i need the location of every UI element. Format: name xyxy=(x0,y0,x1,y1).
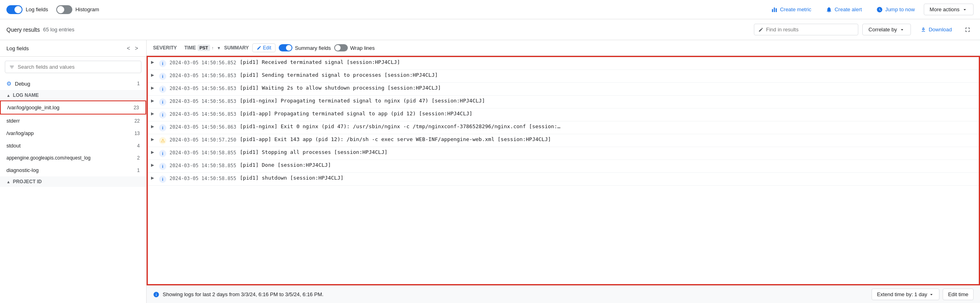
log-row[interactable]: ▶ i 2024-03-05 14:50:56.852 [pid1] Recei… xyxy=(148,57,979,70)
jump-to-now-button[interactable]: Jump to now xyxy=(871,4,921,15)
field-count-stdout: 4 xyxy=(137,143,140,149)
expand-icon[interactable]: ▶ xyxy=(151,59,159,64)
log-summary: [pid1-nginx] Propagating terminated sign… xyxy=(240,98,976,104)
expand-icon[interactable]: ▶ xyxy=(151,98,159,103)
extend-time-button[interactable]: Extend time by: 1 day xyxy=(872,289,939,300)
log-row[interactable]: ▶ i 2024-03-05 14:50:56.853 [pid1-nginx]… xyxy=(148,96,979,109)
expand-icon[interactable]: ▶ xyxy=(151,72,159,77)
time-dropdown-icon[interactable]: ▼ xyxy=(217,46,221,50)
jump-to-now-label: Jump to now xyxy=(885,6,915,12)
log-time: 2024-03-05 14:50:56.853 xyxy=(169,98,240,104)
summary-col-header: SUMMARY Edit Summary fields Wrap lines xyxy=(224,43,974,52)
log-time: 2024-03-05 14:50:56.852 xyxy=(169,59,240,66)
log-row[interactable]: ▶ i 2024-03-05 14:50:56.853 [pid1-app] P… xyxy=(148,109,979,121)
nav-left-button[interactable]: < xyxy=(125,44,132,52)
field-item-appengine[interactable]: appengine.googleapis.com/request_log 2 xyxy=(0,152,146,164)
filter-icon xyxy=(9,64,14,70)
fullscreen-icon xyxy=(964,26,971,33)
log-row[interactable]: ▶ i 2024-03-05 14:50:56.853 [pid1] Waiti… xyxy=(148,83,979,96)
log-time: 2024-03-05 14:50:56.863 xyxy=(169,123,240,130)
expand-icon[interactable]: ▶ xyxy=(151,149,159,154)
download-button[interactable]: Download xyxy=(915,24,958,35)
log-time: 2024-03-05 14:50:57.250 xyxy=(169,136,240,143)
create-metric-button[interactable]: Create metric xyxy=(766,4,817,15)
log-row[interactable]: ▶ i 2024-03-05 14:50:56.863 [pid1-nginx]… xyxy=(148,121,979,134)
edit-time-label: Edit time xyxy=(948,291,968,297)
timezone-badge: PST xyxy=(198,45,210,51)
log-row[interactable]: ▶ ⚠ 2024-03-05 14:50:57.250 [pid1-app] E… xyxy=(148,134,979,147)
wrap-lines-toggle[interactable] xyxy=(334,44,348,51)
log-row[interactable]: ▶ i 2024-03-05 14:50:56.853 [pid1] Sendi… xyxy=(148,70,979,83)
log-time: 2024-03-05 14:50:58.855 xyxy=(169,162,240,168)
find-results-input[interactable] xyxy=(766,27,854,33)
field-name-google-init: /var/log/google_init.log xyxy=(7,104,59,111)
severity-info-icon: i xyxy=(159,111,169,119)
log-row[interactable]: ▶ i 2024-03-05 14:50:58.855 [pid1] Done … xyxy=(148,160,979,173)
query-results-title: Query results xyxy=(6,27,40,33)
field-item-diagnostic[interactable]: diagnostic-log 1 xyxy=(0,164,146,176)
log-summary: [pid1] Waiting 2s to allow shutdown proc… xyxy=(240,85,976,91)
log-row[interactable]: ▶ i 2024-03-05 14:50:58.855 [pid1] Stopp… xyxy=(148,147,979,160)
nav-right-button[interactable]: > xyxy=(133,44,140,52)
toggle-knob-histogram xyxy=(57,6,64,13)
bottom-bar: Showing logs for last 2 days from 3/3/24… xyxy=(147,285,980,303)
log-summary: [pid1] Received terminated signal [sessi… xyxy=(240,59,976,65)
severity-info-icon: i xyxy=(159,162,169,170)
section-title-project-id: PROJECT ID xyxy=(13,179,42,184)
top-bar-left: Log fields Histogram xyxy=(6,5,99,14)
nav-arrows: < > xyxy=(125,44,140,52)
expand-icon[interactable]: ▶ xyxy=(151,111,159,116)
log-summary: [pid1] Stopping all processes [session:H… xyxy=(240,149,976,155)
more-actions-button[interactable]: More actions xyxy=(924,4,974,15)
field-item-google-init[interactable]: /var/log/google_init.log 23 xyxy=(0,100,146,115)
expand-icon[interactable]: ▶ xyxy=(151,175,159,180)
edit-time-button[interactable]: Edit time xyxy=(943,289,974,300)
log-row[interactable]: ▶ i 2024-03-05 14:50:58.855 [pid1] shutd… xyxy=(148,173,979,186)
left-panel-header: Log fields < > xyxy=(0,40,146,57)
log-summary: [pid1-app] Propagating terminated signal… xyxy=(240,111,976,117)
fullscreen-button[interactable] xyxy=(962,24,974,36)
bell-icon xyxy=(826,6,832,13)
field-count-appengine: 2 xyxy=(137,155,140,161)
section-header-project-id[interactable]: ▲ PROJECT ID xyxy=(0,176,146,187)
correlate-by-button[interactable]: Correlate by xyxy=(862,24,911,35)
expand-icon[interactable]: ▶ xyxy=(151,136,159,141)
expand-icon[interactable]: ▶ xyxy=(151,123,159,129)
summary-fields-toggle-switch[interactable] xyxy=(279,44,292,51)
clock-icon xyxy=(876,6,883,13)
info-circle-icon xyxy=(153,291,159,298)
time-col-header: TIME PST ↑ ▼ xyxy=(184,45,221,51)
left-panel: Log fields < > ⚙ Debug 1 ▲ LOG NAME xyxy=(0,40,147,303)
expand-icon[interactable]: ▶ xyxy=(151,162,159,167)
log-entries-container: ▶ i 2024-03-05 14:50:56.852 [pid1] Recei… xyxy=(147,56,980,285)
log-time: 2024-03-05 14:50:56.853 xyxy=(169,72,240,78)
query-info: Query results 65 log entries xyxy=(6,27,74,33)
chart-icon xyxy=(771,6,778,13)
wrap-lines-knob xyxy=(335,45,341,51)
svg-rect-1 xyxy=(774,7,775,12)
histogram-toggle[interactable] xyxy=(56,5,72,14)
search-fields-input[interactable] xyxy=(18,64,137,70)
expand-icon[interactable]: ▶ xyxy=(151,85,159,90)
field-count-diagnostic: 1 xyxy=(137,168,140,173)
find-results-container xyxy=(754,24,858,35)
field-name-var-log-app: /var/log/app xyxy=(6,130,34,136)
histogram-toggle-group: Histogram xyxy=(56,5,99,14)
create-alert-button[interactable]: Create alert xyxy=(820,4,868,15)
field-item-stdout[interactable]: stdout 4 xyxy=(0,139,146,152)
table-header: SEVERITY TIME PST ↑ ▼ SUMMARY Edit Summa… xyxy=(147,40,980,56)
chevron-down-icon-project: ▲ xyxy=(6,180,10,184)
field-item-debug[interactable]: ⚙ Debug 1 xyxy=(0,77,146,90)
field-item-stderr[interactable]: stderr 22 xyxy=(0,115,146,127)
section-header-log-name[interactable]: ▲ LOG NAME xyxy=(0,90,146,100)
field-item-var-log-app[interactable]: /var/log/app 13 xyxy=(0,127,146,139)
field-name-stderr: stderr xyxy=(6,118,20,124)
correlate-chevron-icon xyxy=(899,27,905,33)
edit-button[interactable]: Edit xyxy=(252,43,276,52)
extend-time-label: Extend time by: 1 day xyxy=(877,291,927,297)
pencil-edit-icon xyxy=(257,45,261,50)
severity-info-icon: i xyxy=(159,98,169,106)
search-field-container xyxy=(5,61,141,73)
log-fields-toggle[interactable] xyxy=(6,5,22,14)
pencil-icon xyxy=(758,27,764,33)
